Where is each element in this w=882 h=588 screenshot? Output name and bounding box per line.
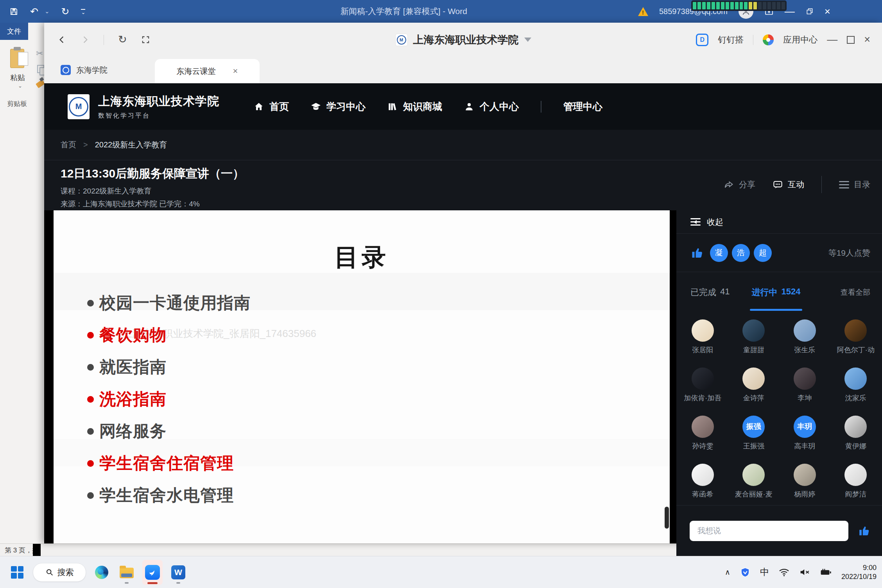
security-shield-icon[interactable] [740, 567, 751, 578]
tab-completed[interactable]: 已完成41 [690, 287, 730, 298]
file-explorer-icon[interactable] [117, 560, 136, 585]
slide-toc-item: 校园一卡通使用指南 [87, 287, 251, 319]
active-tab-underline [750, 309, 802, 311]
participant-cell: 李坤 [779, 361, 830, 409]
nav-item-label: 管理中心 [563, 100, 602, 113]
dingtalk-logo-icon[interactable] [696, 34, 708, 46]
start-button[interactable] [8, 560, 27, 585]
slide-scrollbar[interactable] [665, 507, 669, 529]
participant-avatar [844, 416, 867, 438]
save-icon[interactable] [9, 7, 18, 16]
browser-close-button[interactable]: × [864, 34, 870, 45]
osd-segment [716, 2, 720, 9]
graduation-cap-icon [311, 102, 321, 112]
volume-muted-icon[interactable] [799, 566, 810, 578]
bullet-icon [87, 492, 94, 499]
browser-maximize-button[interactable] [847, 36, 855, 44]
undo-dropdown-icon[interactable]: ⌄ [45, 8, 50, 15]
slide-toc-list: 校园一卡通使用指南餐饮购物就医指南洗浴指南网络服务学生宿舍住宿管理学生宿舍水电管… [87, 287, 251, 511]
participant-name: 李坤 [798, 393, 812, 403]
word-close-button[interactable]: × [825, 5, 830, 18]
participant-cell: 丰玥高丰玥 [779, 409, 830, 457]
paste-dropdown-icon[interactable]: ⌄ [18, 83, 22, 89]
participant-cell: 孙诗雯 [677, 409, 728, 457]
comment-input[interactable] [690, 521, 848, 541]
paste-button[interactable]: 粘贴 [10, 73, 25, 83]
undo-icon[interactable]: ↶ [30, 7, 38, 16]
browser-minimize-button[interactable]: — [827, 34, 837, 45]
nav-item-知识商城[interactable]: 知识商城 [387, 100, 442, 113]
copy-icon[interactable] [37, 65, 44, 73]
taskbar-search[interactable]: 搜索 [33, 563, 86, 582]
word-file-tab[interactable]: 文件 [0, 23, 28, 40]
toc-button[interactable]: 目录 [839, 179, 870, 190]
home-icon [254, 102, 264, 112]
source-line: 来源：上海东海职业技术学院 已学完：4% [44, 199, 882, 209]
view-all-link[interactable]: 查看全部 [841, 287, 870, 298]
paste-icon[interactable] [10, 47, 28, 69]
battery-icon[interactable] [820, 566, 832, 578]
collapse-button[interactable]: 收起 [676, 210, 882, 234]
share-button[interactable]: 分享 [724, 179, 755, 190]
app-center-label[interactable]: 应用中心 [783, 34, 817, 46]
word-ribbon-strip: 文件 粘贴 ⌄ 剪贴板 ✂ [0, 23, 44, 543]
participant-name: 童甜甜 [743, 345, 764, 355]
thumbs-up-icon[interactable] [690, 246, 705, 260]
bullet-icon [87, 428, 94, 435]
breadcrumb-current: 2022级新生入学教育 [95, 140, 167, 150]
refresh-icon[interactable]: ↻ [118, 34, 127, 45]
like-row: 凝浩超 等19人点赞 [676, 234, 882, 272]
toc-item-text: 学生宿舍水电管理 [99, 484, 234, 506]
interact-button[interactable]: 互动 [773, 179, 804, 190]
cut-icon[interactable]: ✂ [36, 48, 43, 59]
ime-indicator[interactable]: 中 [760, 566, 769, 578]
platform-name: 数智化学习平台 [98, 112, 219, 120]
participant-name: 张居阳 [692, 345, 713, 355]
browser-tab-strip: 东海学院 东海云课堂 × [44, 57, 882, 83]
nav-item-管理中心[interactable]: 管理中心 [563, 100, 602, 113]
forward-icon[interactable] [81, 35, 90, 44]
back-icon[interactable] [57, 35, 66, 44]
hamburger-icon [839, 181, 849, 188]
dingtalk-app-icon[interactable] [142, 560, 163, 585]
word-app-icon[interactable] [169, 560, 188, 585]
tab-in-progress[interactable]: 进行中1524 [751, 287, 800, 298]
interaction-sidebar: 收起 凝浩超 等19人点赞 已完成41 进行中1524 查看全部 张居阳童甜甜张… [676, 210, 882, 556]
tab-donghai-college[interactable]: 东海学院 [61, 57, 108, 83]
tab-close-icon[interactable]: × [233, 66, 238, 76]
nav-item-首页[interactable]: 首页 [254, 100, 289, 113]
fullscreen-icon[interactable] [141, 35, 150, 44]
slide-title: 目录 [54, 241, 670, 274]
word-restore-button[interactable] [806, 7, 814, 15]
redo-icon[interactable]: ↻ [61, 7, 70, 16]
nav-item-个人中心[interactable]: 个人中心 [464, 100, 519, 113]
nav-item-label: 首页 [269, 100, 289, 113]
send-like-icon[interactable] [858, 524, 871, 538]
participant-avatar [692, 416, 714, 438]
osd-segment [772, 2, 776, 9]
dingtalk-label[interactable]: 钉钉搭 [718, 34, 744, 46]
liker-avatar: 超 [754, 244, 772, 262]
wifi-icon[interactable] [778, 566, 790, 578]
participant-cell: 童甜甜 [728, 313, 780, 361]
site-favicon [395, 34, 408, 46]
participant-name: 孙诗雯 [692, 441, 713, 451]
person-icon [464, 102, 474, 112]
osd-segment [702, 2, 706, 9]
edge-icon[interactable] [92, 560, 111, 585]
tray-chevron-up-icon[interactable]: ∧ [725, 568, 730, 577]
chevron-down-icon[interactable] [524, 38, 531, 42]
participant-name: 加依肯·加吾 [684, 393, 721, 403]
nav-item-学习中心[interactable]: 学习中心 [311, 100, 366, 113]
format-painter-icon[interactable] [36, 79, 44, 88]
clock[interactable]: 9:00 2022/10/19 [841, 563, 877, 581]
participant-cell: 沈家乐 [830, 361, 882, 409]
warning-icon[interactable]: ! [638, 7, 648, 16]
app-center-icon[interactable] [763, 34, 774, 45]
tab-donghai-cloud-classroom[interactable]: 东海云课堂 × [155, 59, 260, 83]
participant-name: 沈家乐 [845, 393, 866, 403]
slide-toc-item: 学生宿舍水电管理 [87, 479, 251, 511]
customize-toolbar-icon[interactable]: ⌄ [81, 9, 85, 14]
participant-cell: 金诗萍 [728, 361, 780, 409]
breadcrumb-home[interactable]: 首页 [61, 140, 76, 150]
